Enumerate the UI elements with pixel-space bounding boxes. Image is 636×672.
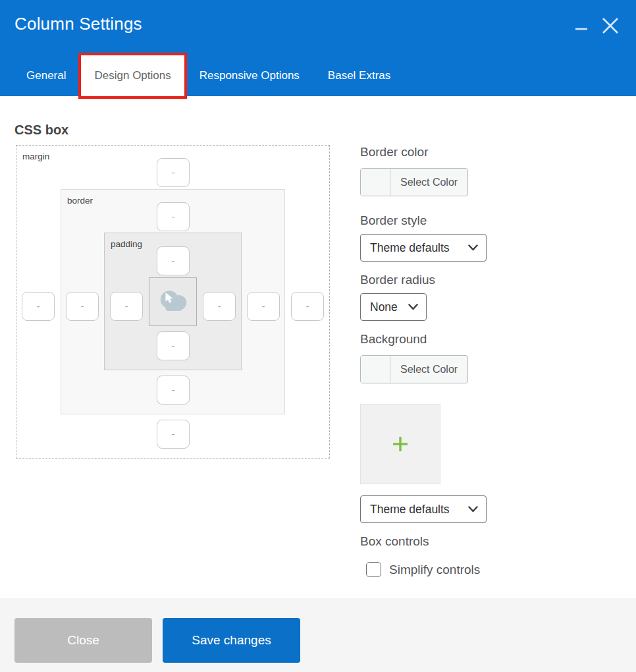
padding-label: padding: [111, 239, 142, 249]
simplify-controls-label: Simplify controls: [389, 563, 480, 577]
titlebar: Column Settings General Design Options: [0, 0, 636, 96]
plus-icon: [391, 435, 410, 453]
border-style-select[interactable]: Theme defaults: [360, 234, 487, 262]
background-label: Background: [360, 332, 427, 347]
tab-basel-extras[interactable]: Basel Extras: [315, 55, 404, 96]
close-icon: [601, 16, 620, 35]
cloud-cursor-icon: [157, 289, 189, 315]
margin-label: margin: [22, 152, 49, 161]
tab-design-options-label: Design Options: [94, 69, 171, 82]
minimize-icon: [574, 18, 589, 33]
border-color-swatch[interactable]: [361, 169, 390, 196]
border-left-input[interactable]: [66, 292, 99, 321]
padding-top-input[interactable]: [157, 246, 190, 275]
minimize-button[interactable]: [571, 16, 591, 36]
border-color-picker[interactable]: Select Color: [360, 168, 468, 196]
padding-left-input[interactable]: [110, 292, 143, 321]
chevron-down-icon: [408, 304, 418, 310]
border-color-label: Border color: [360, 145, 429, 159]
tab-general[interactable]: General: [13, 55, 79, 96]
tab-bar: General Design Options Responsive Option…: [13, 55, 406, 96]
window-controls: [571, 16, 620, 36]
border-radius-label: Border radius: [360, 273, 435, 287]
padding-right-input[interactable]: [203, 292, 236, 321]
border-style-value: Theme defaults: [370, 241, 450, 255]
border-color-select-button[interactable]: Select Color: [390, 169, 467, 196]
background-image-upload-tile[interactable]: [360, 404, 440, 484]
window-title: Column Settings: [14, 14, 142, 34]
box-controls-label: Box controls: [360, 534, 429, 549]
background-color-select-button[interactable]: Select Color: [390, 356, 467, 383]
border-right-input[interactable]: [247, 292, 280, 321]
background-color-picker[interactable]: Select Color: [360, 355, 468, 383]
border-radius-value: None: [370, 300, 398, 314]
margin-right-input[interactable]: [291, 292, 324, 321]
background-color-swatch[interactable]: [361, 356, 390, 383]
chevron-down-icon: [468, 506, 478, 513]
border-radius-select[interactable]: None: [360, 293, 427, 321]
save-changes-button[interactable]: Save changes: [163, 618, 300, 663]
dialog-footer: Close Save changes: [0, 598, 636, 672]
border-label: border: [67, 196, 93, 206]
tab-responsive-options[interactable]: Responsive Options: [186, 55, 313, 96]
background-style-select[interactable]: Theme defaults: [360, 495, 487, 523]
margin-top-input[interactable]: [157, 158, 190, 187]
margin-left-input[interactable]: [22, 292, 55, 321]
background-style-value: Theme defaults: [370, 503, 450, 517]
tab-design-options[interactable]: Design Options: [81, 55, 184, 96]
border-style-label: Border style: [360, 213, 427, 228]
border-top-input[interactable]: [157, 202, 190, 231]
padding-bottom-input[interactable]: [157, 331, 190, 360]
simplify-controls-checkbox[interactable]: [366, 562, 381, 577]
css-box-diagram: margin border padding: [16, 145, 330, 459]
close-button[interactable]: [600, 16, 620, 36]
chevron-down-icon: [468, 244, 478, 251]
column-settings-dialog: Column Settings General Design Options: [0, 0, 636, 672]
border-bottom-input[interactable]: [157, 376, 190, 405]
content-box: [149, 277, 197, 326]
margin-bottom-input[interactable]: [157, 420, 190, 449]
css-box-heading: CSS box: [14, 123, 68, 138]
simplify-controls-row[interactable]: Simplify controls: [366, 562, 480, 577]
close-dialog-button[interactable]: Close: [14, 618, 152, 663]
